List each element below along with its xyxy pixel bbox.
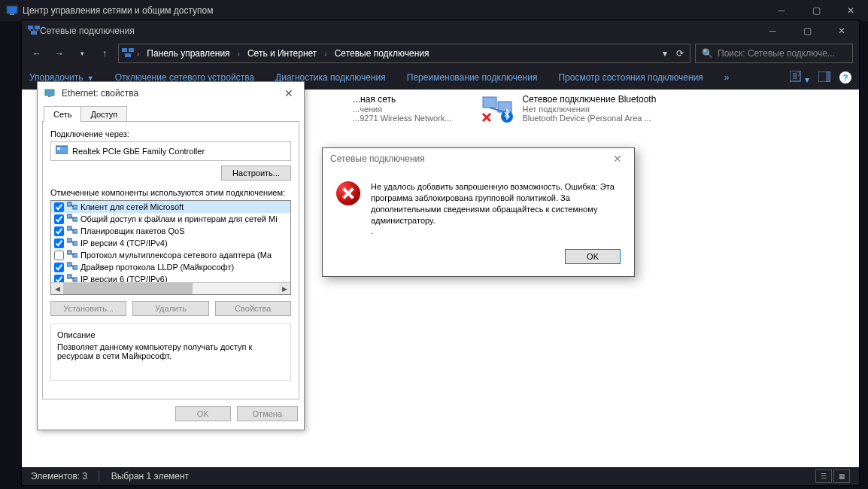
connection-device: Bluetooth Device (Personal Area ... [522,114,656,123]
properties-button[interactable]: Свойства [215,301,291,316]
component-checkbox[interactable] [54,202,64,212]
component-item[interactable]: Планировщик пакетов QoS [51,225,290,237]
preview-pane-button[interactable] [818,71,830,84]
nav-forward-button[interactable]: → [50,44,68,62]
nav-back-button[interactable]: ← [28,44,46,62]
component-item[interactable]: Драйвер протокола LLDP (Майкрософт) [51,261,290,273]
scroll-left-button[interactable]: ◀ [51,283,63,295]
search-icon: 🔍 [702,48,713,59]
component-label: IP версии 4 (TCP/IPv4) [80,238,168,248]
svg-rect-28 [67,263,71,266]
search-input[interactable]: 🔍 Поиск: Сетевые подключе... [695,44,853,63]
configure-button[interactable]: Настроить... [221,166,291,181]
svg-rect-4 [31,31,37,35]
install-button[interactable]: Установить... [50,301,126,316]
dialog-close-button[interactable]: ✕ [280,87,298,100]
error-icon [336,181,360,205]
protocol-icon [67,214,77,224]
components-listbox[interactable]: Клиент для сетей MicrosoftОбщий доступ к… [50,200,291,295]
explorer-maximize-button[interactable]: ▢ [790,20,824,41]
protocol-icon [67,226,77,236]
connect-via-label: Подключение через: [50,129,291,138]
error-ok-button[interactable]: OK [565,249,621,264]
svg-rect-26 [67,251,71,254]
outer-window-title: Центр управления сетями и общим доступом [23,5,764,16]
description-box: Описание Позволяет данному компьютеру по… [50,323,291,381]
svg-rect-18 [67,202,71,206]
component-checkbox[interactable] [54,251,64,260]
connection-status: Нет подключения [522,105,656,114]
component-checkbox[interactable] [54,263,64,272]
explorer-title: Сетевые подключения [40,26,755,36]
toolbar-more[interactable]: » [724,72,730,83]
svg-rect-20 [67,214,71,218]
svg-rect-17 [57,147,60,150]
dialog-title: Ethernet: свойства [62,88,274,99]
horizontal-scrollbar[interactable]: ◀ ▶ [51,282,290,294]
nav-recent-dropdown[interactable]: ▾ [73,44,91,62]
svg-rect-30 [67,275,71,278]
breadcrumb-part[interactable]: Сетевые подключения [330,48,434,59]
adapter-name: Realtek PCIe GbE Family Controller [72,147,205,156]
component-item[interactable]: Клиент для сетей Microsoft [51,201,290,213]
component-item[interactable]: IP версии 4 (TCP/IPv4) [51,237,290,249]
ok-button[interactable]: OK [175,406,231,421]
view-details-button[interactable]: ☰ [815,469,832,483]
outer-titlebar: Центр управления сетями и общим доступом… [0,0,868,21]
svg-rect-25 [73,241,77,245]
view-large-icons-button[interactable]: ▦ [833,469,850,483]
explorer-close-button[interactable]: ✕ [824,20,859,41]
svg-rect-3 [35,26,40,29]
component-label: Общий доступ к файлам и принтерам для се… [80,214,278,223]
toolbar-view-status[interactable]: Просмотр состояния подключения [558,72,703,83]
outer-close-button[interactable]: ✕ [833,0,868,21]
nav-up-button[interactable]: ↑ [96,44,114,62]
adapter-field: Realtek PCIe GbE Family Controller [50,141,291,161]
help-button[interactable]: ? [839,71,851,84]
error-dot: . [371,226,373,235]
breadcrumb-part[interactable]: Панель управления [142,48,234,59]
tab-access[interactable]: Доступ [80,106,127,122]
breadcrumb-part[interactable]: Сеть и Интернет [243,48,321,59]
tab-network[interactable]: Сеть [44,106,81,122]
error-dialog-title: Сетевые подключения [330,153,609,164]
svg-rect-2 [28,26,33,29]
connection-name: ...ная сеть [353,94,451,105]
remove-button[interactable]: Удалить [132,301,208,316]
explorer-minimize-button[interactable]: ─ [755,20,790,41]
wifi-icon [312,94,345,123]
svg-rect-27 [73,254,77,257]
component-item[interactable]: Общий доступ к файлам и принтерам для се… [51,213,290,225]
error-close-button[interactable]: ✕ [609,153,627,165]
cancel-button[interactable]: Отмена [237,406,298,421]
svg-rect-6 [129,48,134,52]
component-checkbox[interactable] [54,226,64,236]
error-message: Не удалось добавить запрошенную возможно… [371,182,615,225]
component-checkbox[interactable] [54,214,64,224]
outer-maximize-button[interactable]: ▢ [799,0,833,21]
connection-name: Сетевое подключение Bluetooth [522,94,656,105]
ethernet-properties-dialog: Ethernet: свойства ✕ Сеть Доступ Подключ… [37,81,305,430]
component-label: Планировщик пакетов QoS [80,226,185,235]
statusbar-selected: Выбран 1 элемент [111,471,189,481]
navbar: ← → ▾ ↑ › Панель управления › Сеть и Инт… [22,41,859,65]
svg-rect-15 [48,96,51,97]
outer-minimize-button[interactable]: ─ [764,0,799,21]
component-label: Драйвер протокола LLDP (Майкрософт) [80,263,234,272]
toolbar-rename[interactable]: Переименование подключения [407,72,538,83]
svg-rect-11 [483,97,496,108]
svg-rect-31 [73,278,77,281]
connection-device: ...9271 Wireless Network... [353,114,451,123]
breadcrumb-dropdown[interactable]: ▾ [660,48,670,59]
breadcrumb[interactable]: › Панель управления › Сеть и Интернет › … [118,44,690,63]
scroll-right-button[interactable]: ▶ [278,283,290,295]
protocol-icon [67,238,77,248]
protocol-icon [67,262,77,272]
svg-rect-0 [7,6,17,14]
component-checkbox[interactable] [54,238,64,248]
view-options-button[interactable]: ▾ [790,71,809,85]
scroll-thumb[interactable] [63,283,193,294]
network-connections-icon [28,24,40,38]
component-item[interactable]: Протокол мультиплексора сетевого адаптер… [51,249,290,261]
refresh-button[interactable]: ⟳ [673,48,687,59]
